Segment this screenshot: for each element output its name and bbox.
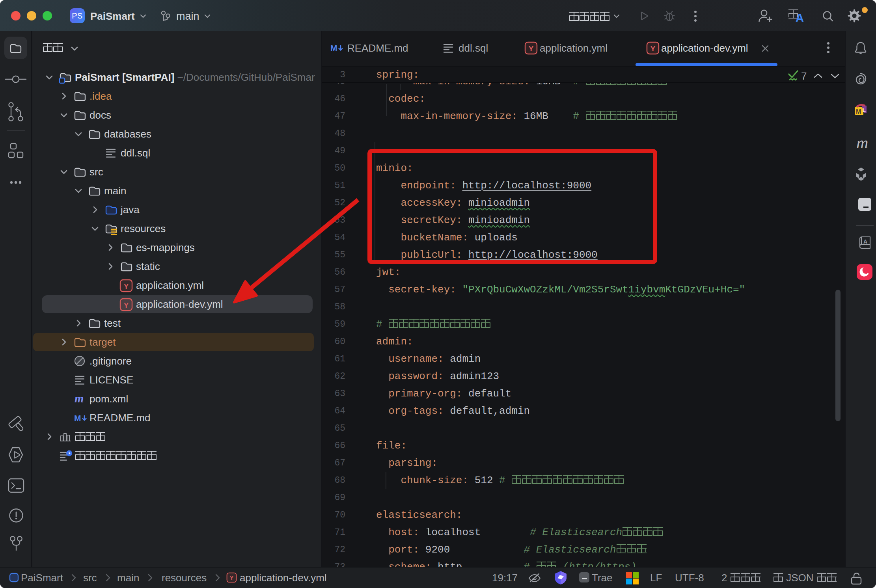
svg-text:Y: Y [229, 574, 233, 581]
